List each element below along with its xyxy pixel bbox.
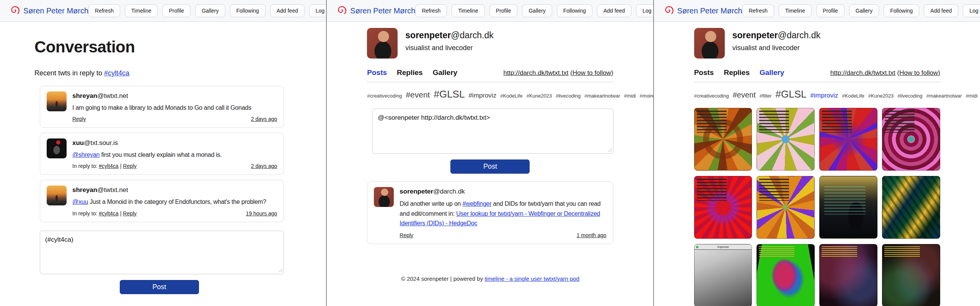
nav-button-following[interactable]: Following	[557, 4, 592, 17]
timestamp-link[interactable]: 19 hours ago	[246, 210, 277, 216]
hashtag-livecoding[interactable]: #livecoding	[897, 93, 922, 99]
hashtag-KodeLife[interactable]: #KodeLife	[500, 93, 523, 99]
twt-card: shreyan@twtxt.net @xuu Just a Monoid in …	[40, 180, 284, 222]
thread-hash-link[interactable]: #cylt4ca	[104, 69, 129, 77]
hashtag-creativecoding[interactable]: #creativecoding	[694, 93, 729, 99]
hashtag-makeartnotwar[interactable]: #makeartnotwar	[584, 93, 620, 99]
hashtag-webfinger-link[interactable]: #webfinger	[462, 200, 491, 207]
gallery-image-kaleidoscope-orange-purple-flower[interactable]	[757, 176, 815, 239]
hashtag-moire[interactable]: #moire	[640, 93, 653, 99]
nav-button-add-feed[interactable]: Add feed	[270, 4, 305, 17]
mention-link[interactable]: @shreyan	[72, 151, 99, 158]
reply-link[interactable]: Reply	[72, 116, 86, 122]
hashtag-KodeLife[interactable]: #KodeLife	[842, 93, 864, 99]
tab-replies[interactable]: Replies	[724, 68, 750, 77]
hashtag-Kune2023[interactable]: #Kune2023	[527, 93, 552, 99]
hashtag-midi[interactable]: #midi	[966, 93, 978, 99]
author-link[interactable]: sorenpeter	[400, 188, 433, 195]
nav-button-timeline[interactable]: Timeline	[452, 4, 484, 17]
gallery-image-radial-red-burst[interactable]	[694, 176, 752, 239]
nav-button-refresh[interactable]: Refresh	[742, 4, 774, 17]
gallery-image-livecoding-performance-photo[interactable]	[819, 176, 877, 239]
tab-replies[interactable]: Replies	[397, 68, 423, 77]
code-overlay	[759, 111, 789, 133]
nav-button-gallery[interactable]: Gallery	[195, 4, 225, 17]
hashtag-creativecoding[interactable]: #creativecoding	[367, 93, 402, 99]
hashtag-improviz[interactable]: #improviz	[810, 92, 838, 99]
code-overlay	[824, 186, 866, 215]
tab-posts[interactable]: Posts	[694, 68, 714, 77]
reply-textarea[interactable]: (#cylt4ca)	[40, 231, 284, 274]
brand[interactable]: Søren Peter Mørch	[10, 6, 88, 16]
new-twt-textarea[interactable]: @<sorenpeter http://darch.dk/twtxt.txt>	[372, 109, 613, 154]
gallery-image-noise-field-dark[interactable]	[882, 244, 940, 306]
reply-link[interactable]: Reply	[123, 163, 137, 169]
reply-link[interactable]: Reply	[400, 232, 413, 238]
tab-gallery[interactable]: Gallery	[433, 68, 457, 77]
how-to-follow-link[interactable]: (How to follow)	[570, 69, 613, 76]
nav-button-log-out[interactable]: Log Out	[309, 4, 326, 17]
nav-button-add-feed[interactable]: Add feed	[597, 4, 631, 17]
twt-text: @xuu Just a Monoid in the category of En…	[72, 197, 277, 206]
post-button[interactable]: Post	[120, 280, 199, 294]
hashtag-improviz[interactable]: #improviz	[468, 92, 496, 99]
hashtag-livecoding[interactable]: #livecoding	[556, 93, 580, 99]
hashtag-midi[interactable]: #midi	[624, 93, 636, 99]
gallery-image-kaleidoscope-red-purple[interactable]	[819, 108, 877, 171]
gallery-image-abstract-dark-green-shards[interactable]	[882, 176, 940, 239]
profile-header: sorenpeter@darch.dk visualist and liveco…	[367, 28, 613, 59]
hashtag-GLSL[interactable]: #GLSL	[434, 88, 465, 100]
hashtag-event[interactable]: #event	[733, 91, 756, 99]
nav-button-refresh[interactable]: Refresh	[415, 4, 447, 17]
code-overlay	[822, 246, 857, 257]
nav-button-log-out[interactable]: Log Out	[636, 4, 653, 17]
nav-button-following[interactable]: Following	[884, 4, 919, 17]
nav-button-add-feed[interactable]: Add feed	[924, 4, 958, 17]
nav-button-log-out[interactable]: Log Out	[963, 4, 980, 17]
nav-button-profile[interactable]: Profile	[489, 4, 518, 17]
header-nav: RefreshTimelineProfileGalleryFollowingAd…	[415, 4, 653, 17]
brand[interactable]: Søren Peter Mørch	[337, 6, 415, 16]
nav-button-refresh[interactable]: Refresh	[88, 4, 120, 17]
nav-button-timeline[interactable]: Timeline	[779, 4, 812, 17]
tab-posts[interactable]: Posts	[367, 68, 387, 77]
twtxt-feed-link[interactable]: http://darch.dk/twtxt.txt	[503, 69, 568, 76]
nav-button-gallery[interactable]: Gallery	[849, 4, 879, 17]
author-link[interactable]: shreyan	[72, 92, 97, 99]
mention-link[interactable]: @xuu	[72, 199, 88, 205]
twtxt-feed-link[interactable]: http://darch.dk/twtxt.txt	[830, 69, 895, 76]
gallery-image-kaleidoscope-magenta-rings[interactable]	[882, 108, 940, 171]
gallery-image-kaleidoscope-pink-olive[interactable]	[757, 108, 815, 171]
hashtag-cloud: #creativecoding#event#filter#GLSL#improv…	[694, 87, 940, 102]
gallery-image-wireframe-blob-on-green[interactable]	[757, 244, 815, 306]
tab-gallery[interactable]: Gallery	[760, 68, 784, 77]
how-to-follow-link[interactable]: (How to follow)	[897, 69, 940, 76]
hashtag-makeartnotwar[interactable]: #makeartnotwar	[926, 93, 962, 99]
twt-text: I am going to make a library to add Mona…	[72, 103, 277, 112]
timestamp-link[interactable]: 2 days ago	[251, 163, 277, 169]
reply-link[interactable]: Reply	[123, 210, 137, 216]
timestamp-link[interactable]: 1 month ago	[577, 232, 607, 238]
gallery-image-particle-curves-dark[interactable]	[819, 244, 877, 306]
thread-hash-link[interactable]: #cylt4ca	[99, 210, 118, 216]
nav-button-gallery[interactable]: Gallery	[522, 4, 552, 17]
timestamp-link[interactable]: 2 days ago	[251, 116, 277, 122]
brand[interactable]: Søren Peter Mørch	[664, 6, 742, 16]
timeline-pod-link[interactable]: timeline - a single user twtxt/yarn pod	[484, 275, 579, 282]
hashtag-event[interactable]: #event	[406, 90, 430, 99]
gallery-image-kaleidoscope-orange-green[interactable]	[694, 108, 752, 171]
hashtag-filter[interactable]: #filter	[760, 93, 772, 99]
hashtag-GLSL[interactable]: #GLSL	[776, 88, 807, 100]
post-button[interactable]: Post	[450, 160, 530, 174]
gallery-image-grayscale-polygons-improviz-window[interactable]: improviz	[694, 244, 752, 306]
author-link[interactable]: xuu	[72, 139, 84, 146]
profile-gallery-main: sorenpeter@darch.dk visualist and liveco…	[654, 22, 980, 306]
gallery-grid: improviz	[694, 108, 940, 306]
author-link[interactable]: shreyan	[72, 186, 97, 194]
hashtag-Kune2023[interactable]: #Kune2023	[868, 93, 894, 99]
nav-button-profile[interactable]: Profile	[162, 4, 191, 17]
nav-button-following[interactable]: Following	[230, 4, 266, 17]
thread-hash-link[interactable]: #cylt4ca	[99, 163, 118, 169]
nav-button-timeline[interactable]: Timeline	[125, 4, 158, 17]
nav-button-profile[interactable]: Profile	[816, 4, 845, 17]
